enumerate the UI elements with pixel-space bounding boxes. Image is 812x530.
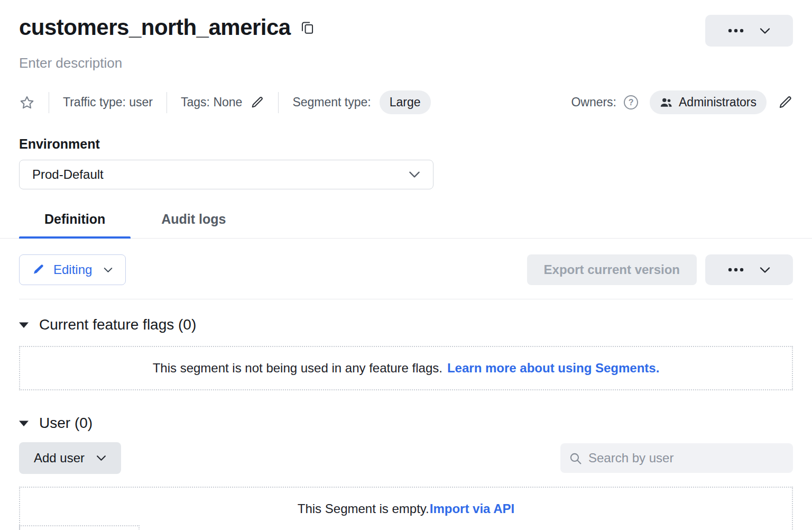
partial-dotted-element	[19, 525, 140, 530]
tab-audit-logs[interactable]: Audit logs	[136, 212, 251, 238]
traffic-type-label: Traffic type: user	[63, 95, 153, 109]
user-section-header[interactable]: User (0)	[19, 415, 93, 432]
search-by-user-input[interactable]	[588, 451, 785, 465]
owners-label: Owners:	[571, 95, 616, 109]
environment-selected-value: Prod-Default	[32, 167, 104, 182]
title-wrap: customers_north_america	[19, 15, 315, 40]
environment-label: Environment	[19, 136, 793, 152]
copy-icon[interactable]	[300, 20, 315, 35]
owners-group: Owners: ? Administrators	[571, 90, 793, 114]
page-title: customers_north_america	[19, 15, 291, 40]
chevron-down-icon	[409, 171, 420, 178]
search-by-user-box	[560, 443, 793, 473]
edit-tags-icon[interactable]	[251, 96, 264, 109]
ellipsis-icon	[728, 268, 744, 272]
description-placeholder[interactable]: Enter description	[19, 55, 122, 71]
chevron-down-icon	[760, 28, 770, 34]
editing-label: Editing	[53, 262, 92, 277]
toolbar-overflow-menu-button[interactable]	[705, 254, 793, 285]
owners-badge[interactable]: Administrators	[650, 90, 767, 114]
chevron-down-icon	[760, 267, 770, 273]
header-overflow-menu-button[interactable]	[705, 15, 793, 47]
environment-select[interactable]: Prod-Default	[19, 160, 433, 189]
user-empty-text: This Segment is empty.	[298, 501, 429, 516]
meta-row: Traffic type: user Tags: None Segment ty…	[19, 90, 793, 114]
caret-down-icon	[19, 322, 29, 328]
chevron-down-icon	[96, 455, 106, 461]
add-user-label: Add user	[34, 451, 85, 465]
segment-detail-page: customers_north_america Enter descriptio…	[0, 0, 812, 530]
edit-pencil-icon	[32, 263, 45, 276]
page-header: customers_north_america	[19, 15, 793, 47]
editing-mode-button[interactable]: Editing	[19, 254, 126, 285]
definition-toolbar: Editing Export current version	[19, 254, 793, 285]
tab-bar: Definition Audit logs	[0, 212, 812, 239]
feature-flags-section-title: Current feature flags (0)	[39, 316, 196, 333]
divider	[167, 92, 167, 113]
search-icon	[569, 452, 582, 465]
segment-type-badge: Large	[380, 90, 431, 114]
user-empty-state: This Segment is empty.Import via API	[19, 487, 793, 530]
people-icon	[660, 97, 672, 107]
segment-type-label: Segment type:	[292, 95, 371, 109]
caret-down-icon	[19, 420, 29, 427]
import-via-api-link[interactable]: Import via API	[430, 501, 514, 516]
segment-type: Segment type: Large	[292, 90, 430, 114]
divider	[49, 92, 49, 113]
user-section-title: User (0)	[39, 415, 93, 432]
feature-flags-empty-text: This segment is not being used in any fe…	[153, 361, 442, 376]
owners-value: Administrators	[679, 95, 756, 109]
divider	[19, 299, 793, 299]
traffic-type: Traffic type: user	[63, 95, 153, 109]
toolbar-right: Export current version	[527, 254, 793, 285]
star-icon[interactable]	[19, 95, 35, 111]
feature-flags-empty-state: This segment is not being used in any fe…	[19, 346, 793, 390]
export-version-button[interactable]: Export current version	[527, 254, 697, 285]
tags-label: Tags: None	[181, 95, 242, 109]
add-user-button[interactable]: Add user	[19, 442, 121, 474]
tags: Tags: None	[181, 95, 264, 109]
ellipsis-icon	[728, 29, 744, 33]
divider	[278, 92, 279, 113]
learn-more-segments-link[interactable]: Learn more about using Segments.	[447, 361, 659, 376]
feature-flags-section-header[interactable]: Current feature flags (0)	[19, 316, 196, 333]
tab-definition[interactable]: Definition	[19, 212, 131, 238]
edit-owners-icon[interactable]	[778, 95, 793, 110]
help-icon[interactable]: ?	[624, 95, 638, 109]
user-toolbar: Add user	[19, 442, 793, 474]
chevron-down-icon	[104, 267, 113, 273]
